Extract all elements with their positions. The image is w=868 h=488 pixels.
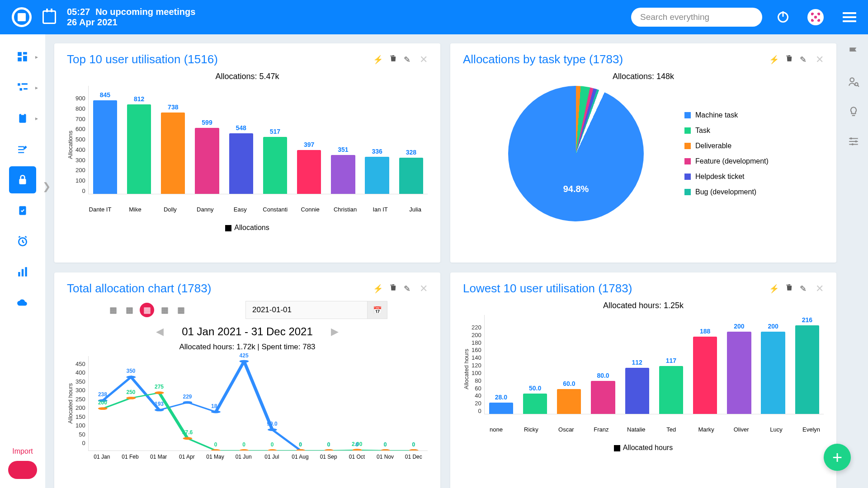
bar-chart-2: Allocated hours 220200180160140120100806… (463, 315, 824, 423)
nav-cloud[interactable] (9, 289, 36, 316)
svg-rect-9 (21, 113, 24, 115)
svg-rect-6 (20, 88, 22, 90)
nav-task[interactable] (9, 197, 36, 224)
pie-chart: 94.8% (508, 86, 644, 221)
nav-lock[interactable] (9, 166, 36, 193)
nav-alarm[interactable] (9, 228, 36, 255)
pie-main-label: 94.8% (563, 184, 589, 194)
chart-legend: Allocations (67, 224, 428, 232)
flag-icon[interactable] (848, 46, 859, 58)
panel-lowest10-utilisation: Lowest 10 user utilisation (1783) ⚡ ✎ ✕ … (450, 272, 836, 488)
svg-point-23 (155, 408, 164, 411)
range-title: 01 Jan 2021 - 31 Dec 2021 (182, 325, 313, 338)
edit-icon[interactable]: ✎ (404, 55, 410, 65)
svg-rect-3 (18, 57, 22, 61)
trash-icon[interactable] (389, 283, 397, 294)
bulb-icon[interactable] (848, 106, 859, 117)
search-placeholder: Search everything (640, 12, 709, 22)
trash-icon[interactable] (389, 54, 397, 65)
search-input[interactable]: Search everything (631, 8, 762, 27)
search-user-icon[interactable] (848, 76, 859, 88)
bolt-icon[interactable]: ⚡ (373, 284, 383, 294)
clock-block: 05:27 No upcoming meetings 26 Apr 2021 (67, 7, 195, 28)
svg-rect-8 (19, 114, 26, 123)
import-label[interactable]: Import (12, 447, 33, 455)
svg-point-19 (855, 141, 857, 142)
period-quarter-icon[interactable]: ▦ (159, 304, 170, 316)
edit-icon[interactable]: ✎ (404, 284, 410, 294)
svg-point-44 (409, 449, 418, 450)
svg-rect-4 (18, 83, 20, 85)
svg-point-38 (239, 449, 249, 450)
panel-total-allocation: Total allocation chart (1783) ⚡ ✎ ✕ ▦ ▦ … (54, 272, 440, 488)
close-icon[interactable]: ✕ (420, 283, 428, 295)
period-year-icon[interactable]: ▦ (175, 304, 187, 316)
panel-allocations-tasktype: Allocations by task type (1783) ⚡ ✎ ✕ Al… (450, 43, 836, 263)
next-range[interactable]: ▶ (331, 326, 339, 338)
period-month-icon[interactable]: ▦ (140, 303, 154, 317)
svg-rect-5 (22, 83, 28, 84)
nav-checklist[interactable] (9, 136, 36, 163)
panel-title: Allocations by task type (1783) (463, 52, 763, 66)
app-logo[interactable] (12, 7, 32, 27)
trash-icon[interactable] (785, 283, 793, 294)
chart-subtitle: Allocations: 5.47k (67, 72, 428, 81)
y-axis-label: Allocated hours (67, 383, 74, 424)
nav-clipboard[interactable]: ▸ (9, 105, 36, 132)
svg-point-27 (268, 428, 277, 431)
date-field[interactable] (245, 301, 368, 319)
panel-title: Top 10 user utilisation (1516) (67, 52, 367, 66)
top-bar: 05:27 No upcoming meetings 26 Apr 2021 S… (0, 0, 868, 34)
svg-rect-13 (18, 272, 20, 277)
svg-point-34 (126, 397, 136, 399)
clock-date: 26 Apr 2021 (67, 17, 195, 28)
svg-point-36 (183, 437, 192, 440)
close-icon[interactable]: ✕ (816, 283, 824, 295)
user-avatar[interactable] (807, 9, 824, 25)
nav-dashboard[interactable]: ▸ (9, 43, 36, 70)
bolt-icon[interactable]: ⚡ (769, 284, 779, 294)
bar-chart-1: Allocations 9008007006005004003002001000… (67, 86, 428, 203)
svg-point-41 (324, 449, 334, 450)
trash-icon[interactable] (785, 54, 793, 65)
nav-reports[interactable] (9, 258, 36, 286)
power-icon[interactable] (778, 12, 788, 23)
clock-time: 05:27 (67, 7, 90, 17)
period-day-icon[interactable]: ▦ (107, 304, 119, 316)
prev-range[interactable]: ◀ (156, 326, 164, 338)
sliders-icon[interactable] (848, 136, 859, 147)
import-pill[interactable] (8, 461, 37, 479)
left-nav: ▸ ▸ ▸ Import (0, 34, 45, 488)
left-nav-expand[interactable]: ❯ (42, 181, 51, 192)
calendar-icon[interactable] (42, 10, 56, 24)
svg-point-26 (239, 360, 249, 363)
dashboard-grid: Top 10 user utilisation (1516) ⚡ ✎ ✕ All… (54, 43, 836, 488)
svg-point-22 (126, 376, 136, 379)
svg-point-24 (183, 401, 192, 404)
nav-tree[interactable]: ▸ (9, 74, 36, 101)
svg-point-20 (852, 143, 854, 145)
range-subtitle: Allocated hours: 1.72k | Spent time: 783 (67, 343, 428, 352)
meeting-status: No upcoming meetings (95, 7, 195, 17)
close-icon[interactable]: ✕ (420, 54, 428, 66)
close-icon[interactable]: ✕ (816, 54, 824, 66)
svg-point-25 (211, 411, 221, 413)
svg-point-18 (850, 137, 852, 139)
fab-add[interactable]: + (824, 444, 851, 471)
svg-rect-10 (19, 179, 26, 184)
svg-rect-7 (24, 88, 28, 89)
period-week-icon[interactable]: ▦ (123, 304, 135, 316)
svg-rect-0 (18, 52, 22, 56)
right-nav (839, 34, 868, 147)
panel-title: Lowest 10 user utilisation (1783) (463, 282, 763, 296)
chart-subtitle: Allocations: 148k (463, 72, 824, 81)
y-axis-label: Allocations (67, 131, 74, 159)
svg-rect-14 (22, 269, 24, 277)
date-picker-icon[interactable]: 📅 (368, 301, 387, 319)
edit-icon[interactable]: ✎ (800, 55, 807, 65)
menu-icon[interactable] (843, 12, 856, 22)
edit-icon[interactable]: ✎ (800, 284, 807, 294)
bolt-icon[interactable]: ⚡ (373, 55, 383, 65)
chart-legend: Allocated hours (463, 444, 824, 452)
bolt-icon[interactable]: ⚡ (769, 55, 779, 65)
